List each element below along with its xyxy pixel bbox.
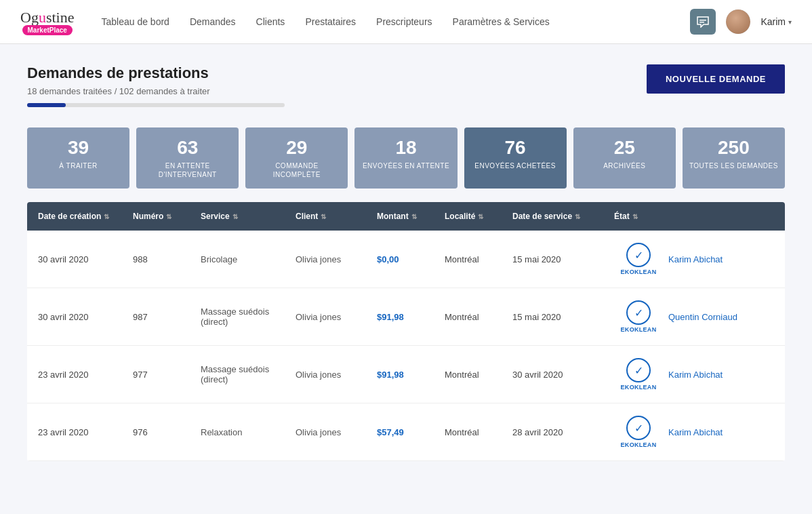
sort-date-service-icon: ⇅ [575,213,580,220]
th-montant[interactable]: Montant ⇅ [377,212,445,221]
stat-toutes[interactable]: 250 TOUTES LES DEMANDES [683,127,785,189]
col-etat: ✓ EKOKLEAN [614,416,668,448]
col-date-service: 15 mai 2020 [512,254,614,264]
sort-date-creation-icon: ⇅ [104,213,109,220]
table-row[interactable]: 23 avril 2020 977 Massage suédois (direc… [27,346,785,403]
stat-en-attente-label: EN ATTENTE D'INTERVENANT [143,161,232,179]
col-montant: $0,00 [377,254,445,264]
col-date-service: 30 avril 2020 [512,370,614,380]
logo-u: u [39,9,46,26]
stat-en-attente-number: 63 [143,137,232,159]
th-date-creation[interactable]: Date de création ⇅ [38,212,133,221]
stat-a-traiter-number: 39 [34,137,123,159]
etat-badge: ✓ [626,416,651,440]
col-localite: Montréal [445,312,512,322]
avatar[interactable] [726,9,750,34]
top-row: Demandes de prestations 18 demandes trai… [27,64,785,127]
col-montant: $91,98 [377,370,445,380]
col-user[interactable]: Quentin Corniaud [668,312,774,322]
col-etat: ✓ EKOKLEAN [614,300,668,333]
th-service[interactable]: Service ⇅ [201,212,296,221]
nav-prescripteurs[interactable]: Prescripteurs [376,16,432,27]
th-localite[interactable]: Localité ⇅ [445,212,512,221]
etat-badge: ✓ [626,358,651,382]
table-row[interactable]: 30 avril 2020 988 Bricolage Olivia jones… [27,231,785,288]
col-date-creation: 23 avril 2020 [38,427,133,437]
stat-envoyees-achetees-label: ENVOYÉES ACHETÉES [471,161,560,170]
col-date-creation: 30 avril 2020 [38,312,133,322]
th-client[interactable]: Client ⇅ [296,212,377,221]
table-row[interactable]: 30 avril 2020 987 Massage suédois (direc… [27,288,785,346]
th-numero[interactable]: Numéro ⇅ [133,212,201,221]
col-service: Massage suédois (direct) [201,364,296,384]
col-date-creation: 23 avril 2020 [38,370,133,380]
header: Ogustine MarketPlace Tableau de bord Dem… [0,0,812,44]
table-row[interactable]: 23 avril 2020 976 Relaxation Olivia jone… [27,403,785,461]
col-service: Massage suédois (direct) [201,307,296,327]
logo-text: Ogustine [20,9,74,26]
chevron-down-icon: ▾ [788,18,792,26]
svg-rect-0 [699,20,706,21]
stat-envoyees-achetees-number: 76 [471,137,560,159]
col-numero: 987 [133,312,201,322]
progress-bar-container [27,103,285,107]
svg-rect-1 [699,22,704,23]
nav-demandes[interactable]: Demandes [190,16,236,27]
nav-tableau-de-bord[interactable]: Tableau de bord [101,16,169,27]
stat-envoyees-en-attente[interactable]: 18 ENVOYÉES EN ATTENTE [354,127,457,189]
table-body: 30 avril 2020 988 Bricolage Olivia jones… [27,231,785,461]
stat-toutes-number: 250 [689,137,778,159]
header-right: Karim ▾ [690,9,792,35]
col-numero: 977 [133,370,201,380]
sort-montant-icon: ⇅ [411,213,417,220]
col-numero: 976 [133,427,201,437]
sort-etat-icon: ⇅ [632,213,638,220]
col-localite: Montréal [445,427,512,437]
page-title: Demandes de prestations [27,64,285,82]
progress-bar-fill [27,103,66,107]
stat-envoyees-achetees[interactable]: 76 ENVOYÉES ACHETÉES [464,127,567,189]
stat-a-traiter-label: À TRAITER [34,161,123,170]
col-localite: Montréal [445,254,512,264]
stat-en-attente[interactable]: 63 EN ATTENTE D'INTERVENANT [136,127,239,189]
nav-clients[interactable]: Clients [256,16,285,27]
etat-badge: ✓ [626,300,651,325]
sort-service-icon: ⇅ [232,213,238,220]
user-name[interactable]: Karim ▾ [760,16,792,27]
col-date-service: 15 mai 2020 [512,312,614,322]
logo[interactable]: Ogustine MarketPlace [20,9,74,35]
nav-parametres[interactable]: Paramètres & Services [453,16,550,27]
etat-label: EKOKLEAN [621,441,657,448]
page-subtitle: 18 demandes traitées / 102 demandes à tr… [27,86,285,96]
th-etat[interactable]: État ⇅ [614,212,695,221]
main-nav: Tableau de bord Demandes Clients Prestat… [101,16,690,27]
col-client: Olivia jones [296,254,377,264]
stat-envoyees-en-attente-label: ENVOYÉES EN ATTENTE [361,161,450,170]
etat-label: EKOKLEAN [621,326,657,333]
col-user[interactable]: Karim Abichat [668,370,774,380]
col-etat: ✓ EKOKLEAN [614,243,668,275]
stats-row: 39 À TRAITER 63 EN ATTENTE D'INTERVENANT… [27,127,785,189]
sort-client-icon: ⇅ [321,213,326,220]
title-section: Demandes de prestations 18 demandes trai… [27,64,285,127]
col-client: Olivia jones [296,312,377,322]
col-localite: Montréal [445,370,512,380]
col-client: Olivia jones [296,370,377,380]
th-date-service[interactable]: Date de service ⇅ [512,212,614,221]
stat-commande-incomplete[interactable]: 29 COMMANDE INCOMPLÈTE [245,127,348,189]
new-demande-button[interactable]: NOUVELLE DEMANDE [647,64,785,94]
stat-archivees[interactable]: 25 ARCHIVÉES [573,127,676,189]
avatar-image [726,9,750,34]
stat-a-traiter[interactable]: 39 À TRAITER [27,127,129,189]
col-client: Olivia jones [296,427,377,437]
chat-svg [696,16,710,28]
col-user[interactable]: Karim Abichat [668,427,774,437]
stat-archivees-label: ARCHIVÉES [580,161,669,170]
messages-icon[interactable] [690,9,716,35]
stat-commande-incomplete-label: COMMANDE INCOMPLÈTE [252,161,341,179]
main-content: Demandes de prestations 18 demandes trai… [0,44,812,481]
logo-badge: MarketPlace [22,25,73,35]
col-user[interactable]: Karim Abichat [668,254,774,264]
stat-commande-incomplete-number: 29 [252,137,341,159]
nav-prestataires[interactable]: Prestataires [305,16,356,27]
